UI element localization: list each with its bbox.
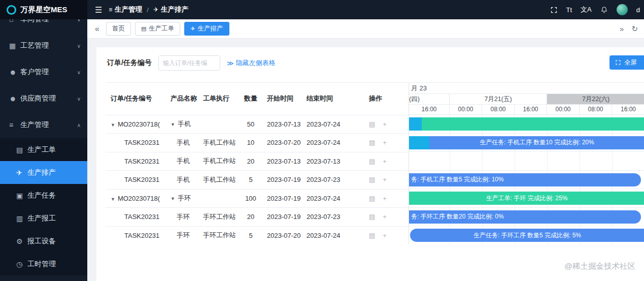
add-icon[interactable]: + (383, 232, 387, 239)
fullscreen-button-label: 全屏 (624, 58, 637, 67)
sidebar-item-label: 工时管理 (27, 260, 56, 269)
expand-triangle-icon[interactable]: ▼ (111, 197, 115, 202)
sidebar-item-report[interactable]: ▥生产报工 (0, 207, 87, 230)
table-row: TASK20231手环手环工作站202023-07-192023-07-23▤+ (106, 208, 409, 227)
detail-icon[interactable]: ▤ (369, 158, 375, 165)
sidebar-item-label: 生产管理 (20, 120, 49, 130)
dropdown-triangle-icon[interactable]: ▼ (171, 196, 175, 201)
sidebar-item-workshop[interactable]: ⌂车间管理∨ (0, 19, 87, 33)
fullscreen-icon[interactable] (550, 6, 558, 14)
expand-triangle-icon[interactable]: ▼ (111, 122, 115, 128)
detail-icon[interactable]: ▤ (369, 195, 375, 202)
order-task-code-cell: TASK20231 (106, 171, 166, 190)
quantity-cell: 5 (239, 171, 263, 190)
chevron-down-icon: ∨ (77, 96, 81, 102)
add-icon[interactable]: + (383, 139, 387, 146)
watermark: @稀土掘金技术社区 (564, 261, 635, 272)
add-icon[interactable]: + (383, 158, 387, 165)
gantt-bar-progress[interactable] (409, 136, 429, 149)
gantt-bar[interactable] (422, 117, 644, 131)
tab-schedule[interactable]: ✈生产排产 (184, 22, 229, 36)
gantt-bar[interactable]: 生产任务: 手机工序 数量10 完成比例: 20% (429, 136, 644, 149)
sidebar-item-customer[interactable]: ☻客户管理∨ (0, 59, 87, 85)
order-task-search-input[interactable] (158, 55, 220, 71)
detail-icon[interactable]: ▤ (369, 213, 375, 221)
gantt-time-cell: 16:00 (409, 105, 450, 114)
tab-home[interactable]: 首页 (106, 22, 131, 36)
sidebar-item-task[interactable]: ▣生产任务 (0, 184, 87, 207)
detail-icon[interactable]: ▤ (369, 232, 375, 239)
gantt-bar[interactable]: 务: 手机工序 数量5 完成比例: 10% (409, 173, 641, 186)
sidebar-item-label: 生产排产 (27, 168, 56, 177)
product-name-cell: 手环 (166, 226, 199, 244)
font-size-icon[interactable]: Tt (566, 6, 572, 14)
gantt-bar[interactable]: 生产任务: 手环工序 数量5 完成比例: 5% (410, 229, 644, 242)
end-time-cell: 2023-07-23 (302, 171, 345, 190)
detail-icon[interactable]: ▤ (369, 139, 375, 146)
tab-workorder[interactable]: ▤生产工单 (135, 22, 180, 36)
gantt-bar-progress[interactable] (409, 117, 422, 131)
logo: 万界星空MES (0, 0, 87, 19)
fullscreen-icon (615, 59, 621, 66)
hide-left-table-link[interactable]: ≫ 隐藏左侧表格 (227, 58, 276, 68)
order-task-code-cell: TASK20231 (106, 226, 166, 244)
gantt-day-cell: 7月22(六) (547, 94, 644, 104)
sidebar-item-schedule[interactable]: ✈生产排产 (0, 161, 87, 184)
logo-icon (7, 5, 16, 15)
sidebar-item-hours[interactable]: ◷工时管理 (0, 253, 87, 275)
sidebar-item-device[interactable]: ⚙报工设备 (0, 230, 87, 253)
breadcrumb-item[interactable]: ≡生产管理 (109, 5, 142, 14)
supplier-icon: ☻ (9, 95, 20, 103)
dropdown-triangle-icon[interactable]: ▼ (171, 122, 175, 127)
quantity-cell: 10 (239, 134, 263, 152)
operation-cell: ▤+ (345, 208, 409, 227)
end-time-cell: 2023-07-24 (302, 134, 345, 152)
gantt-row: 务: 手环工序 数量20 完成比例: 0% (409, 208, 644, 227)
gantt-time-cell: 16:00 (515, 105, 547, 114)
workorder-icon: ▤ (16, 146, 27, 154)
add-icon[interactable]: + (383, 176, 387, 183)
tabs-collapse-right-icon[interactable]: » (620, 24, 624, 33)
gantt-bar[interactable]: 务: 手环工序 数量20 完成比例: 0% (409, 210, 641, 224)
detail-icon[interactable]: ▤ (369, 120, 375, 128)
detail-icon[interactable]: ▤ (369, 176, 375, 183)
breadcrumb-item-label: 生产排产 (161, 5, 188, 14)
operation-icons: ▤+ (369, 232, 409, 239)
fullscreen-button[interactable]: 全屏 (609, 55, 644, 70)
avatar[interactable] (617, 4, 628, 15)
notification-bell-icon[interactable] (600, 6, 608, 14)
add-icon[interactable]: + (383, 213, 387, 221)
sidebar-item-production[interactable]: ≡生产管理∧ (0, 112, 87, 138)
end-time-cell: 2023-07-24 (302, 115, 345, 134)
sidebar-item-workorder[interactable]: ▤生产工单 (0, 138, 87, 161)
translate-icon[interactable]: 文A (581, 5, 592, 14)
sidebar-item-supplier[interactable]: ☻供应商管理∨ (0, 85, 87, 112)
add-icon[interactable]: + (383, 195, 387, 202)
schedule-icon: ✈ (16, 169, 27, 177)
sidebar-item-label: 工艺管理 (20, 41, 49, 50)
start-time-cell: 2023-07-19 (263, 189, 302, 208)
tabs-collapse-left-icon[interactable]: « (92, 24, 102, 34)
filter-row: 订单/任务编号 ≫ 隐藏左侧表格 (107, 55, 276, 71)
operation-cell: ▤+ (345, 152, 409, 171)
start-time-cell: 2023-07-13 (263, 152, 302, 171)
quantity-cell: 20 (239, 208, 263, 227)
product-name-cell: 手机 (166, 152, 199, 171)
operation-cell: ▤+ (345, 189, 409, 208)
workstation-cell: 手机工作站 (199, 171, 239, 190)
gantt-row: 生产任务: 手机工序 数量10 完成比例: 20% (409, 134, 644, 152)
process-icon: ▦ (9, 42, 20, 50)
hamburger-menu-icon[interactable]: ☰ (87, 5, 109, 15)
gantt-day-cell: (四) (409, 94, 450, 104)
start-time-cell: 2023-07-19 (263, 208, 302, 227)
sidebar-item-process[interactable]: ▦工艺管理∨ (0, 33, 87, 59)
gantt-bar[interactable]: 生产工单: 手环 完成比例: 25% (409, 192, 644, 205)
breadcrumb-item[interactable]: ✈生产排产 (153, 5, 188, 14)
user-name[interactable]: d (636, 6, 640, 14)
sidebar-item-label: 客户管理 (20, 68, 49, 77)
top-header: 万界星空MES ☰ ≡生产管理/✈生产排产 Tt 文A d (0, 0, 644, 19)
refresh-icon[interactable]: ↻ (631, 24, 638, 34)
add-icon[interactable]: + (383, 120, 387, 128)
table-row: ▼MO20230718(▼手机502023-07-132023-07-24▤+ (106, 115, 409, 134)
workstation-cell: 手机工作站 (199, 152, 239, 171)
